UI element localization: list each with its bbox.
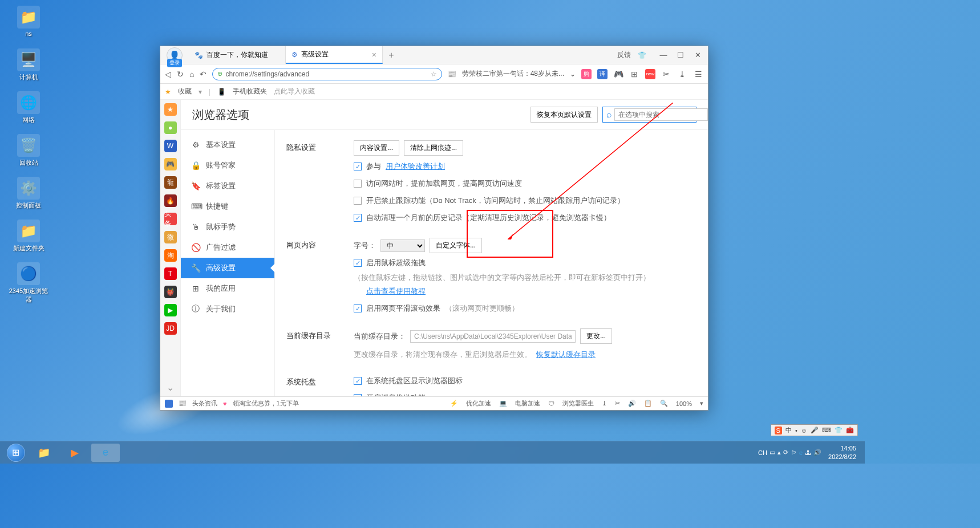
new-tab-button[interactable]: + xyxy=(383,46,400,64)
clipboard-icon[interactable]: 📋 xyxy=(644,400,652,407)
minimize-button[interactable]: — xyxy=(658,51,669,59)
tray-loading-icon[interactable]: ⟳ xyxy=(783,449,788,456)
tray-flag-icon[interactable]: 🏳 xyxy=(791,449,797,456)
ime-lang[interactable]: 中 xyxy=(785,426,792,434)
zoom-level[interactable]: 100% xyxy=(676,400,692,407)
desktop-icon-control-panel[interactable]: ⚙️控制面板 xyxy=(9,177,48,210)
nav-refresh-icon[interactable]: ↻ xyxy=(177,70,184,79)
tray-lang[interactable]: CH xyxy=(758,449,767,456)
checkbox-dnt[interactable]: ✓ xyxy=(354,197,362,205)
app-ico-jd[interactable]: JD xyxy=(164,322,177,335)
checkbox-smooth-scroll[interactable]: ✓ xyxy=(354,304,362,312)
clear-traces-button[interactable]: 清除上网痕迹... xyxy=(404,140,463,156)
sidebar-item-gesture[interactable]: 🖱鼠标手势 xyxy=(181,217,274,237)
reset-defaults-button[interactable]: 恢复本页默认设置 xyxy=(531,107,598,123)
sidebar-item-adblock[interactable]: 🚫广告过滤 xyxy=(181,237,274,258)
app-ico-word[interactable]: W xyxy=(164,140,177,152)
search-box[interactable]: ⌕ xyxy=(602,107,696,123)
sidebar-item-tabs[interactable]: 🔖标签设置 xyxy=(181,176,274,196)
ime-toolbox-icon[interactable]: 🧰 xyxy=(846,427,854,434)
app-ico-toutiao[interactable]: 头条 xyxy=(164,213,177,225)
content-settings-button[interactable]: 内容设置... xyxy=(354,140,399,156)
desktop-icon-network[interactable]: 🌐网络 xyxy=(9,91,48,124)
status-news[interactable]: 头条资讯 xyxy=(192,399,217,408)
login-avatar[interactable]: 👤 登录 xyxy=(160,46,189,64)
download-status-icon[interactable]: ⤓ xyxy=(602,400,607,407)
grid-icon[interactable]: ⊞ xyxy=(629,69,639,79)
feedback-link[interactable]: 反馈 xyxy=(617,50,631,60)
start-button[interactable]: ⊞ xyxy=(3,442,29,462)
app-ico-taobao[interactable]: 淘 xyxy=(164,249,177,262)
app-ico-iqiyi[interactable]: ▶ xyxy=(164,304,177,316)
scissors-icon[interactable]: ✂ xyxy=(661,69,671,79)
zoom-dropdown-icon[interactable]: ▾ xyxy=(700,400,703,407)
sidebar-item-account[interactable]: 🔒账号管家 xyxy=(181,155,274,176)
app-ico-weibo[interactable]: 微 xyxy=(164,231,177,243)
desktop-icon-ns[interactable]: 📁ns xyxy=(9,6,48,37)
ime-skin-icon[interactable]: 👕 xyxy=(835,427,843,434)
url-bar[interactable]: ⊕ chrome://settings/advanced ☆ xyxy=(212,68,442,80)
favorites-label[interactable]: 收藏 xyxy=(178,87,192,96)
app-ico-game[interactable]: 🎮 xyxy=(164,158,177,170)
close-button[interactable]: ✕ xyxy=(692,51,703,59)
checkbox-preload[interactable]: ✓ xyxy=(354,180,362,188)
tray-ime-icon[interactable]: ▭ xyxy=(770,449,775,456)
tray-browser-icon[interactable]: e xyxy=(799,449,803,456)
pc-speed-icon[interactable]: 💻 xyxy=(499,400,507,407)
change-cache-button[interactable]: 更改... xyxy=(580,328,612,344)
menu-icon[interactable]: ☰ xyxy=(693,69,703,79)
checkbox-tray-icon[interactable]: ✓ xyxy=(354,377,362,385)
ux-improvement-link[interactable]: 用户体验改善计划 xyxy=(386,161,445,172)
volume-icon[interactable]: 🔊 xyxy=(628,400,636,407)
fontsize-select[interactable]: 中 xyxy=(380,239,425,252)
desktop-icon-computer[interactable]: 🖥️计算机 xyxy=(9,48,48,82)
checkbox-super-drag[interactable]: ✓ xyxy=(354,259,362,267)
taskbar-browser[interactable]: e xyxy=(91,444,120,462)
tray-network-icon[interactable]: 🖧 xyxy=(805,449,811,456)
checkbox-participate[interactable]: ✓ xyxy=(354,163,362,170)
reset-cache-link[interactable]: 恢复默认缓存目录 xyxy=(536,350,596,360)
optimize-icon[interactable]: ⚡ xyxy=(450,400,458,407)
app-ico-w[interactable]: 👹 xyxy=(164,286,177,298)
checkbox-push-msg[interactable]: ✓ xyxy=(354,394,362,396)
taskbar-media[interactable]: ▶ xyxy=(60,444,89,462)
shop-icon[interactable]: 购 xyxy=(581,69,592,79)
ime-input-icon[interactable]: ⌨ xyxy=(822,427,831,434)
app-ico-star[interactable]: ★ xyxy=(164,103,177,116)
app-ico-dragon[interactable]: 龍 xyxy=(164,176,177,189)
favorites-star-icon[interactable]: ★ xyxy=(165,88,171,96)
tab-close-icon[interactable]: × xyxy=(372,50,376,59)
sidebar-item-about[interactable]: ⓘ关于我们 xyxy=(181,299,274,319)
checkbox-autoclean[interactable]: ✓ xyxy=(354,214,362,222)
tab-advanced-settings[interactable]: ⚙高级设置× xyxy=(286,46,383,64)
taskbar-explorer[interactable]: 📁 xyxy=(30,444,58,462)
game-icon[interactable]: 🎮 xyxy=(613,69,623,79)
tray-volume-icon[interactable]: 🔊 xyxy=(813,449,821,456)
custom-font-button[interactable]: 自定义字体... xyxy=(430,238,482,253)
new-badge-icon[interactable]: new xyxy=(645,69,655,79)
mobile-favorites[interactable]: 手机收藏夹 xyxy=(233,87,267,96)
app-ico-circle[interactable]: ● xyxy=(164,121,177,134)
capture-icon[interactable]: ✂ xyxy=(615,400,620,407)
translate-icon[interactable]: 译 xyxy=(597,69,608,79)
chevron-down-icon[interactable]: ▾ xyxy=(199,88,202,96)
search-input[interactable] xyxy=(614,108,708,121)
import-favorites[interactable]: 点此导入收藏 xyxy=(274,87,315,96)
star-icon[interactable]: ☆ xyxy=(431,70,437,78)
shield-icon[interactable]: 🛡 xyxy=(548,400,554,407)
cache-path-input[interactable] xyxy=(410,330,576,343)
sidebar-item-myapps[interactable]: ⊞我的应用 xyxy=(181,278,274,299)
maximize-button[interactable]: ☐ xyxy=(675,51,686,59)
status-taobao[interactable]: 领淘宝优惠券，1元下单 xyxy=(233,399,299,408)
status-badge-icon[interactable] xyxy=(165,400,173,408)
sidebar-item-shortcuts[interactable]: ⌨快捷键 xyxy=(181,196,274,217)
app-expand-icon[interactable]: ⌄ xyxy=(167,382,174,393)
ime-mic-icon[interactable]: 🎤 xyxy=(811,427,819,434)
ime-floating-bar[interactable]: S 中 • ☺ 🎤 ⌨ 👕 🧰 xyxy=(771,424,858,436)
desktop-icon-recycle[interactable]: 🗑️回收站 xyxy=(9,134,48,167)
download-icon[interactable]: ⤓ xyxy=(677,69,687,79)
tutorial-link[interactable]: 点击查看使用教程 xyxy=(366,286,426,297)
news-headline[interactable]: 劳荣枝二审第一句话：48岁从未... xyxy=(462,69,564,79)
app-ico-fire[interactable]: 🔥 xyxy=(164,194,177,207)
tab-baidu[interactable]: 🐾百度一下，你就知道 xyxy=(189,46,286,64)
